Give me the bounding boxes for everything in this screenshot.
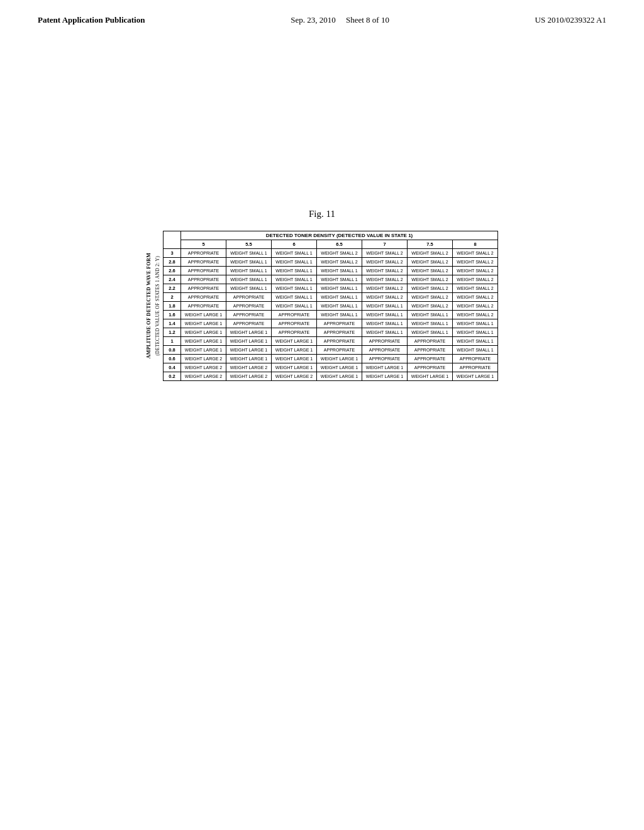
cell-13-6: APPROPRIATE	[453, 363, 498, 372]
row-label-5: 2	[164, 293, 181, 302]
cell-0-0: APPROPRIATE	[181, 249, 226, 258]
cell-14-5: WEIGHT LARGE 1	[408, 372, 453, 381]
cell-10-6: WEIGHT SMALL 1	[453, 337, 498, 346]
cell-14-4: WEIGHT LARGE 1	[362, 372, 408, 381]
cell-13-0: WEIGHT LARGE 2	[181, 363, 226, 372]
cell-10-4: APPROPRIATE	[362, 337, 408, 346]
cell-3-3: WEIGHT SMALL 1	[317, 275, 362, 284]
cell-9-1: WEIGHT LARGE 1	[226, 328, 272, 337]
cell-8-3: APPROPRIATE	[317, 319, 362, 328]
cell-7-5: WEIGHT SMALL 1	[408, 311, 453, 319]
cell-2-1: WEIGHT SMALL 1	[226, 267, 272, 275]
cell-11-2: WEIGHT LARGE 1	[272, 346, 317, 355]
cell-2-2: WEIGHT SMALL 1	[272, 267, 317, 275]
col-header-5: 7.5	[408, 240, 453, 249]
cell-5-0: APPROPRIATE	[181, 293, 226, 302]
cell-3-0: APPROPRIATE	[181, 275, 226, 284]
cell-12-2: WEIGHT LARGE 1	[272, 355, 317, 363]
cell-1-5: WEIGHT SMALL 2	[408, 258, 453, 267]
cell-0-2: WEIGHT SMALL 1	[272, 249, 317, 258]
cell-4-1: WEIGHT SMALL 1	[226, 284, 272, 293]
col-header-0: 5	[181, 240, 226, 249]
col-header-1: 5.5	[226, 240, 272, 249]
col-header-4: 7	[362, 240, 408, 249]
cell-10-1: WEIGHT LARGE 1	[226, 337, 272, 346]
row-label-2: 2.6	[164, 267, 181, 275]
cell-1-2: WEIGHT SMALL 1	[272, 258, 317, 267]
cell-6-1: APPROPRIATE	[226, 302, 272, 311]
patent-number: US 2010/0239322 A1	[535, 15, 606, 25]
cell-8-5: WEIGHT SMALL 1	[408, 319, 453, 328]
cell-3-5: WEIGHT SMALL 2	[408, 275, 453, 284]
row-label-9: 1.2	[164, 328, 181, 337]
cell-2-4: WEIGHT SMALL 2	[362, 267, 408, 275]
col-header-6: 8	[453, 240, 498, 249]
row-label-12: 0.6	[164, 355, 181, 363]
cell-7-6: WEIGHT SMALL 2	[453, 311, 498, 319]
corner-cell	[164, 231, 181, 249]
cell-13-3: WEIGHT LARGE 1	[317, 363, 362, 372]
cell-6-6: WEIGHT SMALL 2	[453, 302, 498, 311]
cell-14-1: WEIGHT LARGE 2	[226, 372, 272, 381]
cell-12-1: WEIGHT LARGE 1	[226, 355, 272, 363]
cell-13-2: WEIGHT LARGE 1	[272, 363, 317, 372]
cell-9-0: WEIGHT LARGE 1	[181, 328, 226, 337]
cell-3-1: WEIGHT SMALL 1	[226, 275, 272, 284]
cell-6-2: WEIGHT SMALL 1	[272, 302, 317, 311]
cell-9-6: WEIGHT SMALL 1	[453, 328, 498, 337]
row-label-13: 0.4	[164, 363, 181, 372]
cell-8-1: APPROPRIATE	[226, 319, 272, 328]
cell-6-3: WEIGHT SMALL 1	[317, 302, 362, 311]
cell-9-3: APPROPRIATE	[317, 328, 362, 337]
cell-7-1: APPROPRIATE	[226, 311, 272, 319]
table-container: AMPLITUDE OF DETECTED WAVE FORM (DETECTE…	[0, 231, 644, 381]
top-header: DETECTED TONER DENSITY (DETECTED VALUE I…	[181, 231, 498, 240]
cell-5-3: WEIGHT SMALL 1	[317, 293, 362, 302]
col-header-2: 6	[272, 240, 317, 249]
cell-12-6: APPROPRIATE	[453, 355, 498, 363]
row-label-10: 1	[164, 337, 181, 346]
row-label-0: 3	[164, 249, 181, 258]
cell-14-0: WEIGHT LARGE 2	[181, 372, 226, 381]
publication-title: Patent Application Publication	[38, 15, 145, 25]
cell-3-2: WEIGHT SMALL 1	[272, 275, 317, 284]
cell-10-5: APPROPRIATE	[408, 337, 453, 346]
cell-8-0: WEIGHT LARGE 1	[181, 319, 226, 328]
cell-7-4: WEIGHT SMALL 1	[362, 311, 408, 319]
cell-13-4: WEIGHT LARGE 1	[362, 363, 408, 372]
cell-1-0: APPROPRIATE	[181, 258, 226, 267]
cell-9-4: WEIGHT SMALL 1	[362, 328, 408, 337]
cell-10-2: WEIGHT LARGE 1	[272, 337, 317, 346]
cell-5-5: WEIGHT SMALL 2	[408, 293, 453, 302]
page-header: Patent Application Publication Sep. 23, …	[0, 0, 644, 33]
cell-2-3: WEIGHT SMALL 1	[317, 267, 362, 275]
row-label-4: 2.2	[164, 284, 181, 293]
cell-2-5: WEIGHT SMALL 2	[408, 267, 453, 275]
data-table: DETECTED TONER DENSITY (DETECTED VALUE I…	[163, 231, 498, 381]
cell-5-6: WEIGHT SMALL 2	[453, 293, 498, 302]
cell-7-0: WEIGHT LARGE 1	[181, 311, 226, 319]
cell-6-4: WEIGHT SMALL 1	[362, 302, 408, 311]
cell-1-1: WEIGHT SMALL 1	[226, 258, 272, 267]
cell-11-4: APPROPRIATE	[362, 346, 408, 355]
cell-10-0: WEIGHT LARGE 1	[181, 337, 226, 346]
cell-2-0: APPROPRIATE	[181, 267, 226, 275]
cell-12-5: APPROPRIATE	[408, 355, 453, 363]
col-header-3: 6.5	[317, 240, 362, 249]
row-label-7: 1.6	[164, 311, 181, 319]
vertical-labels: AMPLITUDE OF DETECTED WAVE FORM (DETECTE…	[146, 253, 160, 358]
cell-1-4: WEIGHT SMALL 2	[362, 258, 408, 267]
cell-4-2: WEIGHT SMALL 1	[272, 284, 317, 293]
cell-9-2: APPROPRIATE	[272, 328, 317, 337]
cell-11-6: WEIGHT SMALL 1	[453, 346, 498, 355]
cell-5-4: WEIGHT SMALL 2	[362, 293, 408, 302]
cell-1-6: WEIGHT SMALL 2	[453, 258, 498, 267]
row-label-6: 1.8	[164, 302, 181, 311]
cell-12-3: WEIGHT LARGE 1	[317, 355, 362, 363]
cell-4-3: WEIGHT SMALL 1	[317, 284, 362, 293]
cell-3-4: WEIGHT SMALL 2	[362, 275, 408, 284]
cell-14-2: WEIGHT LARGE 2	[272, 372, 317, 381]
row-label-8: 1.4	[164, 319, 181, 328]
row-label-3: 2.4	[164, 275, 181, 284]
row-label-14: 0.2	[164, 372, 181, 381]
